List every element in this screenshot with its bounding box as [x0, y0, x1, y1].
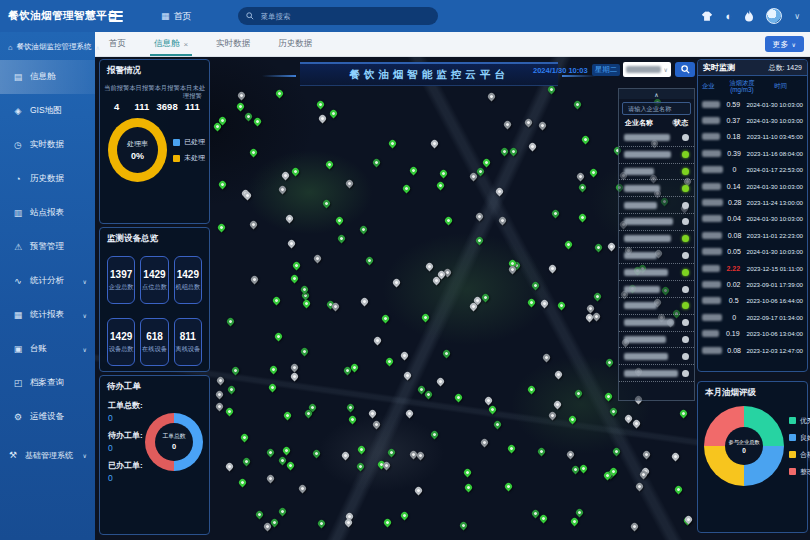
- map-pin-online[interactable]: [315, 99, 325, 109]
- tab-首页[interactable]: 首页: [95, 32, 140, 56]
- company-row[interactable]: [619, 231, 694, 248]
- map-pin-online[interactable]: [266, 447, 276, 457]
- map-pin-offline[interactable]: [331, 302, 341, 312]
- map-pin-online[interactable]: [286, 460, 296, 470]
- map-pin-online[interactable]: [673, 485, 683, 495]
- map-search-button[interactable]: [675, 62, 695, 77]
- map-pin-offline[interactable]: [236, 91, 246, 101]
- company-row[interactable]: [619, 248, 694, 265]
- map-pin-offline[interactable]: [286, 239, 296, 249]
- map-pin-online[interactable]: [328, 109, 338, 119]
- contrast-toggle-icon[interactable]: ◐: [725, 11, 732, 22]
- map-pin-online[interactable]: [480, 293, 490, 303]
- map-pin-offline[interactable]: [487, 92, 497, 102]
- map-pin-online[interactable]: [277, 455, 287, 465]
- map-pin-offline[interactable]: [497, 215, 507, 225]
- sidebar-item-台账[interactable]: ▣台账∨: [0, 332, 95, 366]
- map-pin-online[interactable]: [442, 348, 452, 358]
- user-menu-chevron-icon[interactable]: ∨: [794, 12, 800, 21]
- map-pin-online[interactable]: [252, 116, 262, 126]
- map-pin-offline[interactable]: [641, 449, 651, 459]
- map-pin-online[interactable]: [463, 483, 473, 493]
- map-pin-online[interactable]: [401, 184, 411, 194]
- map-pin-online[interactable]: [388, 138, 398, 148]
- map-pin-online[interactable]: [337, 233, 347, 243]
- map-pin-online[interactable]: [365, 256, 375, 266]
- flame-icon[interactable]: [744, 10, 754, 22]
- map-pin-online[interactable]: [605, 357, 615, 367]
- map-pin-online[interactable]: [372, 157, 382, 167]
- map-pin-online[interactable]: [281, 445, 291, 455]
- map-pin-offline[interactable]: [224, 462, 234, 472]
- company-row[interactable]: [619, 365, 694, 382]
- map-pin-offline[interactable]: [416, 450, 426, 460]
- map-pin-online[interactable]: [604, 392, 614, 402]
- map-pin-offline[interactable]: [402, 371, 412, 381]
- realtime-row[interactable]: 2.222023-12-15 01:11:00: [698, 260, 807, 276]
- realtime-row[interactable]: 0.182023-11-10 03:45:00: [698, 129, 807, 145]
- map-pin-offline[interactable]: [540, 298, 550, 308]
- map-pin-online[interactable]: [254, 509, 264, 519]
- company-row[interactable]: [619, 214, 694, 231]
- map-pin-offline[interactable]: [430, 138, 440, 148]
- map-pin-online[interactable]: [226, 317, 236, 327]
- map-pin-offline[interactable]: [312, 254, 322, 264]
- map-pin-offline[interactable]: [367, 408, 377, 418]
- company-row[interactable]: [619, 298, 694, 315]
- map-pin-online[interactable]: [564, 240, 574, 250]
- map-pin-online[interactable]: [463, 468, 473, 478]
- map-pin-online[interactable]: [580, 135, 590, 145]
- map-pin-online[interactable]: [567, 415, 577, 425]
- sidebar-item-信息舱[interactable]: ▤信息舱: [0, 60, 95, 94]
- sidebar-system-header[interactable]: ⌂ 餐饮油烟监控管理系统 ∧: [0, 32, 95, 60]
- hamburger-menu-icon[interactable]: [109, 11, 123, 22]
- map-pin-online[interactable]: [230, 366, 240, 376]
- map-pin-online[interactable]: [594, 242, 604, 252]
- map-pin-offline[interactable]: [214, 389, 224, 399]
- map-pin-online[interactable]: [359, 225, 369, 235]
- map-pin-online[interactable]: [474, 235, 484, 245]
- map-pin-online[interactable]: [503, 481, 513, 491]
- map-pin-online[interactable]: [589, 168, 599, 178]
- map-pin-online[interactable]: [289, 274, 299, 284]
- realtime-row[interactable]: 0.392023-11-16 08:04:00: [698, 145, 807, 161]
- realtime-row[interactable]: 02022-09-17 01:34:00: [698, 309, 807, 325]
- map-pin-online[interactable]: [347, 414, 357, 424]
- sidebar-item-实时数据[interactable]: ◷实时数据: [0, 128, 95, 162]
- map-pin-online[interactable]: [579, 464, 589, 474]
- map-pin-online[interactable]: [526, 297, 536, 307]
- company-row[interactable]: [619, 130, 694, 147]
- map-pin-online[interactable]: [409, 166, 419, 176]
- map-pin-offline[interactable]: [405, 408, 415, 418]
- map-pin-online[interactable]: [345, 402, 355, 412]
- map-pin-online[interactable]: [273, 331, 283, 341]
- sidebar-item-预警管理[interactable]: ⚠预警管理: [0, 230, 95, 264]
- map-pin-online[interactable]: [356, 462, 366, 472]
- map-pin-offline[interactable]: [345, 179, 355, 189]
- map-pin-online[interactable]: [382, 517, 392, 527]
- map-pin-offline[interactable]: [265, 473, 275, 483]
- company-row[interactable]: [619, 197, 694, 214]
- map-pin-offline[interactable]: [495, 187, 505, 197]
- map-pin-online[interactable]: [454, 393, 464, 403]
- map-pin-online[interactable]: [488, 405, 498, 415]
- map-pin-online[interactable]: [575, 508, 585, 518]
- realtime-row[interactable]: 02024-01-17 22:53:00: [698, 162, 807, 178]
- map-pin-online[interactable]: [556, 300, 566, 310]
- sidebar-item-站点报表[interactable]: ▥站点报表: [0, 196, 95, 230]
- map-pin-offline[interactable]: [372, 419, 382, 429]
- company-row[interactable]: [619, 348, 694, 365]
- company-row[interactable]: [619, 332, 694, 349]
- map-pin-offline[interactable]: [413, 486, 423, 496]
- map-pin-online[interactable]: [539, 514, 549, 524]
- map-pin-online[interactable]: [316, 518, 326, 528]
- map-pin-offline[interactable]: [554, 369, 564, 379]
- map-pin-online[interactable]: [334, 215, 344, 225]
- realtime-row[interactable]: 0.142024-01-30 10:03:00: [698, 178, 807, 194]
- map-pin-offline[interactable]: [341, 451, 351, 461]
- user-avatar[interactable]: [766, 8, 782, 24]
- tab-历史数据[interactable]: 历史数据: [264, 32, 326, 56]
- map-pin-online[interactable]: [536, 447, 546, 457]
- company-row[interactable]: [619, 264, 694, 281]
- map-pin-offline[interactable]: [566, 450, 576, 460]
